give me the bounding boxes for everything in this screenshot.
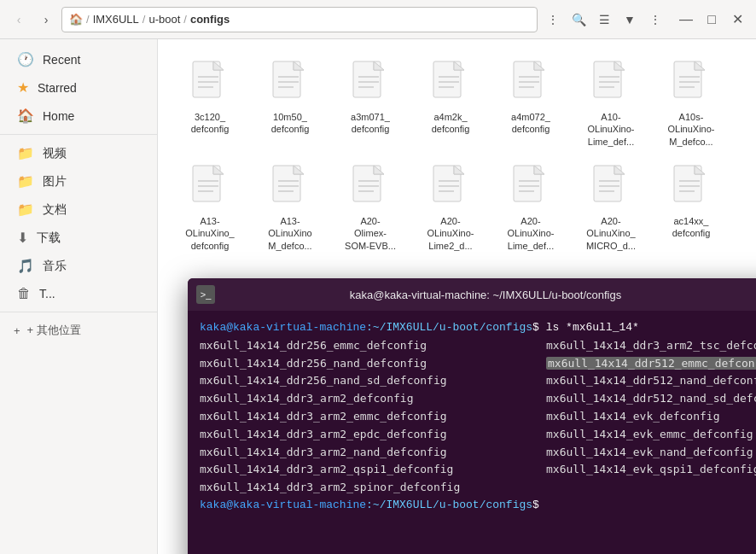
terminal-output-line: mx6ull_14x14_ddr512_nand_defconfig <box>546 372 756 390</box>
file-icon <box>430 60 471 108</box>
file-icon <box>510 164 551 212</box>
trash-icon: 🗑 <box>17 286 31 301</box>
sidebar-item-starred[interactable]: ★ Starred <box>3 74 154 101</box>
file-item[interactable]: 10m50_ defconfig <box>252 53 329 154</box>
file-name: A20- OLinuXino- Lime2_d... <box>427 215 474 251</box>
more-options-button[interactable]: ⋮ <box>541 8 565 32</box>
sidebar-item-videos[interactable]: 📁 视频 <box>3 140 154 166</box>
file-item[interactable]: A10- OLinuXino- Lime_def... <box>573 53 649 154</box>
sidebar-item-pictures[interactable]: 📁 图片 <box>3 168 154 195</box>
layout-button[interactable]: ⋮ <box>643 8 667 32</box>
file-name: a4m2k_ defconfig <box>432 111 470 136</box>
toolbar-icons: ⋮ 🔍 ☰ ▼ ⋮ <box>541 8 667 32</box>
music-icon: 🎵 <box>17 258 34 274</box>
add-location-icon: + <box>14 324 20 337</box>
terminal-prompt2-path: :~/IMX6ULL/u-boot/configs <box>366 497 532 515</box>
file-item[interactable]: A20- OLinuXino_ MICRO_d... <box>573 157 649 258</box>
sidebar-label-videos: 视频 <box>43 146 67 161</box>
terminal-prompt2-user: kaka@kaka-virtual-machine <box>200 497 366 515</box>
terminal-title: kaka@kaka-virtual-machine: ~/IMX6ULL/u-b… <box>222 289 749 301</box>
sort-button[interactable]: ▼ <box>618 8 642 32</box>
terminal-output-line: mx6ull_14x14_evk_nand_defconfig <box>546 444 756 462</box>
file-icon <box>671 60 712 108</box>
terminal-output-line: mx6ull_14x14_evk_emmc_defconfig <box>546 426 756 444</box>
file-item[interactable]: a4m072_ defconfig <box>492 53 569 154</box>
terminal-body: kaka@kaka-virtual-machine:~/IMX6ULL/u-bo… <box>188 311 756 554</box>
recent-icon: 🕐 <box>17 51 34 67</box>
file-item[interactable]: A20- OLinuXino- Lime_def... <box>492 157 569 258</box>
docs-icon: 📁 <box>17 201 34 218</box>
sidebar: 🕐 Recent ★ Starred 🏠 Home 📁 视频 📁 图片 📁 文档… <box>0 39 158 554</box>
main-area: 🕐 Recent ★ Starred 🏠 Home 📁 视频 📁 图片 📁 文档… <box>0 39 756 554</box>
close-button[interactable]: ✕ <box>725 8 749 32</box>
file-icon <box>430 164 471 212</box>
file-name: a4m072_ defconfig <box>511 111 550 136</box>
search-button[interactable]: 🔍 <box>567 8 590 32</box>
file-item[interactable]: A20- OLinuXino- Lime2_d... <box>412 157 489 258</box>
terminal-icon: >_ <box>196 285 215 304</box>
terminal-output-line: mx6ull_14x14_evk_qspi1_defconfig <box>546 461 756 479</box>
window-controls: — □ ✕ <box>674 8 749 32</box>
sidebar-label-pictures: 图片 <box>43 174 67 190</box>
file-icon <box>671 164 712 212</box>
file-icon <box>270 60 311 108</box>
terminal-command: $ ls *mx6ull_14* <box>532 319 639 337</box>
addr-uboot: u-boot <box>148 13 180 26</box>
terminal-prompt2-cursor: $ <box>532 497 539 515</box>
terminal-output-line: mx6ull_14x14_ddr256_emmc_defconfig <box>200 337 546 355</box>
back-button[interactable]: ‹ <box>7 8 31 32</box>
terminal-output-line: mx6ull_14x14_evk_defconfig <box>546 408 756 426</box>
sidebar-label-recent: Recent <box>43 53 80 67</box>
terminal-output-line: mx6ull_14x14_ddr3_arm2_nand_defconfig <box>200 444 546 462</box>
home-nav-icon: 🏠 <box>17 108 34 124</box>
file-name: A13- OLinuXino_ defconfig <box>185 215 235 251</box>
file-icon <box>189 60 230 108</box>
file-icon <box>350 164 391 212</box>
terminal-output-line: mx6ull_14x14_ddr256_nand_defconfig <box>200 355 546 373</box>
terminal-output-line: mx6ull_14x14_ddr512_emmc_defconfig <box>546 355 756 373</box>
forward-button[interactable]: › <box>34 8 58 32</box>
file-name: a3m071_ defconfig <box>351 111 390 136</box>
view-list-button[interactable]: ☰ <box>592 8 616 32</box>
file-name: A20- OLinuXino- Lime_def... <box>507 215 554 251</box>
file-item[interactable]: A13- OLinuXino M_defco... <box>252 157 329 258</box>
sidebar-add-location[interactable]: + + 其他位置 <box>0 318 157 343</box>
file-item[interactable]: a3m071_ defconfig <box>332 53 409 154</box>
sidebar-item-music[interactable]: 🎵 音乐 <box>3 253 154 279</box>
file-name: A13- OLinuXino M_defco... <box>268 215 311 251</box>
file-name: 3c120_ defconfig <box>191 111 230 136</box>
sidebar-label-home: Home <box>43 109 74 123</box>
sidebar-label-starred: Starred <box>38 81 77 95</box>
sidebar-item-trash[interactable]: 🗑 T... <box>3 281 154 306</box>
minimize-button[interactable]: — <box>674 8 698 32</box>
content-wrapper: 3c120_ defconfig 10m50_ defconfig <box>158 39 756 554</box>
file-item[interactable]: ac14xx_ defconfig <box>653 157 730 258</box>
file-name: A10s- OLinuXino- M_defco... <box>667 111 714 147</box>
sidebar-add-label: + 其他位置 <box>27 323 81 338</box>
terminal-prompt-line: kaka@kaka-virtual-machine:~/IMX6ULL/u-bo… <box>200 319 756 337</box>
file-icon <box>590 60 631 108</box>
sidebar-item-home[interactable]: 🏠 Home <box>3 102 154 129</box>
file-item[interactable]: a4m2k_ defconfig <box>412 53 489 154</box>
terminal-output-line: mx6ull_14x14_ddr3_arm2_epdc_defconfig <box>200 426 546 444</box>
maximize-button[interactable]: □ <box>700 8 724 32</box>
sidebar-label-music: 音乐 <box>43 259 67 274</box>
terminal-output-line: mx6ull_14x14_ddr3_arm2_qspi1_defconfig <box>200 461 546 479</box>
file-item[interactable]: 3c120_ defconfig <box>172 53 248 154</box>
file-item[interactable]: A20- Olimex- SOM-EVB... <box>332 157 409 258</box>
videos-icon: 📁 <box>17 145 34 161</box>
file-name: A20- OLinuXino_ MICRO_d... <box>586 215 636 251</box>
terminal-output: mx6ull_14x14_ddr256_emmc_defconfigmx6ull… <box>200 337 756 497</box>
terminal-prompt-user: kaka@kaka-virtual-machine <box>200 319 366 337</box>
terminal-output-line: mx6ull_14x14_ddr3_arm2_defconfig <box>200 390 546 408</box>
file-item[interactable]: A10s- OLinuXino- M_defco... <box>653 53 730 154</box>
sidebar-item-recent[interactable]: 🕐 Recent <box>3 46 154 73</box>
file-item[interactable]: A13- OLinuXino_ defconfig <box>172 157 248 258</box>
starred-icon: ★ <box>17 79 29 96</box>
terminal-titlebar: >_ kaka@kaka-virtual-machine: ~/IMX6ULL/… <box>188 278 756 311</box>
address-bar: 🏠 / IMX6ULL / u-boot / configs <box>61 7 538 32</box>
sidebar-item-docs[interactable]: 📁 文档 <box>3 196 154 223</box>
terminal-prompt2-line: kaka@kaka-virtual-machine:~/IMX6ULL/u-bo… <box>200 497 756 515</box>
file-name: A20- Olimex- SOM-EVB... <box>345 215 396 251</box>
sidebar-item-downloads[interactable]: ⬇ 下载 <box>3 225 154 251</box>
